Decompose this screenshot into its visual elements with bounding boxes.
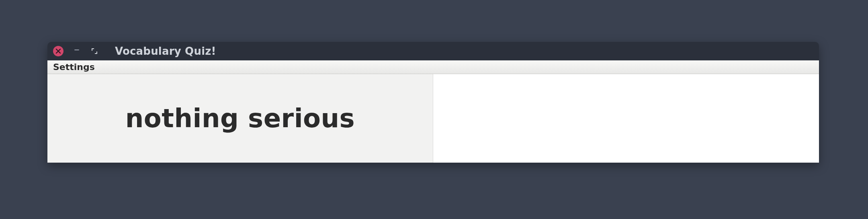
menubar: Settings <box>47 60 819 74</box>
answer-pane <box>433 74 819 163</box>
window-title: Vocabulary Quiz! <box>115 45 216 57</box>
menu-settings[interactable]: Settings <box>50 60 98 74</box>
close-icon[interactable] <box>53 46 63 56</box>
content-area: nothing serious <box>47 74 819 163</box>
answer-input[interactable] <box>433 74 819 163</box>
titlebar: – Vocabulary Quiz! <box>47 42 819 60</box>
prompt-pane: nothing serious <box>47 74 433 163</box>
maximize-icon[interactable] <box>90 47 99 56</box>
prompt-text: nothing serious <box>125 103 355 133</box>
minimize-icon[interactable]: – <box>72 47 81 56</box>
app-window: – Vocabulary Quiz! Settings nothing seri… <box>47 42 819 163</box>
